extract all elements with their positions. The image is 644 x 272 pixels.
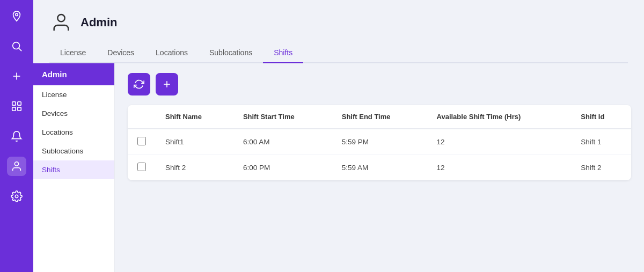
sidebar bbox=[0, 0, 33, 272]
sub-sidebar-header: Admin bbox=[33, 63, 114, 85]
cell-end-time: 5:59 PM bbox=[332, 129, 427, 155]
cell-shift-name: Shift 2 bbox=[156, 155, 233, 181]
logo-icon[interactable] bbox=[7, 6, 26, 26]
svg-rect-6 bbox=[18, 102, 21, 105]
header: Admin License Devices Locations Sublocat… bbox=[33, 0, 644, 63]
refresh-icon bbox=[134, 79, 144, 90]
row-checkbox-cell[interactable] bbox=[128, 155, 156, 181]
sidebar-item-sublocations[interactable]: Sublocations bbox=[33, 142, 114, 160]
row-checkbox-cell[interactable] bbox=[128, 129, 156, 155]
sidebar-item-shifts[interactable]: Shifts bbox=[33, 160, 114, 179]
svg-point-10 bbox=[15, 195, 18, 198]
add-icon[interactable] bbox=[7, 67, 26, 86]
toolbar bbox=[128, 73, 631, 95]
svg-rect-5 bbox=[12, 102, 16, 105]
user-name: Admin bbox=[80, 16, 117, 30]
table-row: Shift1 6:00 AM 5:59 PM 12 Shift 1 bbox=[128, 129, 631, 155]
col-start-time: Shift Start Time bbox=[233, 105, 332, 129]
col-shift-name: Shift Name bbox=[156, 105, 233, 129]
user-icon[interactable] bbox=[7, 157, 26, 176]
shifts-table: Shift Name Shift Start Time Shift End Ti… bbox=[128, 105, 631, 180]
bell-icon[interactable] bbox=[7, 127, 26, 146]
search-icon[interactable] bbox=[7, 36, 26, 56]
tab-devices[interactable]: Devices bbox=[97, 43, 145, 63]
add-icon bbox=[162, 79, 172, 90]
tab-locations[interactable]: Locations bbox=[145, 43, 199, 63]
cell-shift-id: Shift 2 bbox=[571, 155, 631, 181]
svg-point-0 bbox=[16, 13, 18, 16]
cell-shift-name: Shift1 bbox=[156, 129, 233, 155]
settings-icon[interactable] bbox=[7, 187, 26, 206]
cell-start-time: 6:00 AM bbox=[233, 129, 332, 155]
svg-point-1 bbox=[13, 42, 20, 49]
svg-point-11 bbox=[57, 14, 64, 21]
svg-point-9 bbox=[14, 162, 18, 166]
sub-sidebar: Admin License Devices Locations Sublocat… bbox=[33, 63, 115, 272]
sidebar-item-locations[interactable]: Locations bbox=[33, 123, 114, 142]
table-area: Shift Name Shift Start Time Shift End Ti… bbox=[115, 63, 644, 272]
main-content: Admin License Devices Locations Sublocat… bbox=[33, 0, 644, 272]
row-checkbox-1[interactable] bbox=[137, 163, 146, 171]
avatar bbox=[49, 11, 73, 34]
tab-sublocations[interactable]: Sublocations bbox=[199, 43, 263, 63]
col-checkbox bbox=[128, 105, 156, 129]
sidebar-item-devices[interactable]: Devices bbox=[33, 104, 114, 123]
cell-shift-id: Shift 1 bbox=[571, 129, 631, 155]
svg-rect-7 bbox=[12, 107, 16, 111]
cell-end-time: 5:59 AM bbox=[332, 155, 427, 181]
col-available-hrs: Available Shift Time (Hrs) bbox=[427, 105, 572, 129]
table-header-row: Shift Name Shift Start Time Shift End Ti… bbox=[128, 105, 631, 129]
refresh-button[interactable] bbox=[128, 73, 150, 95]
cell-start-time: 6:00 PM bbox=[233, 155, 332, 181]
add-button[interactable] bbox=[156, 73, 178, 95]
svg-line-2 bbox=[19, 48, 21, 51]
tab-shifts[interactable]: Shifts bbox=[263, 43, 303, 63]
col-shift-id: Shift Id bbox=[571, 105, 631, 129]
tabs-bar: License Devices Locations Sublocations S… bbox=[49, 43, 628, 63]
row-checkbox-0[interactable] bbox=[137, 137, 146, 145]
cell-available-hrs: 12 bbox=[427, 129, 572, 155]
user-info: Admin bbox=[49, 11, 628, 43]
col-end-time: Shift End Time bbox=[332, 105, 427, 129]
content-area: Admin License Devices Locations Sublocat… bbox=[33, 63, 644, 272]
tab-license[interactable]: License bbox=[49, 43, 97, 63]
table-row: Shift 2 6:00 PM 5:59 AM 12 Shift 2 bbox=[128, 155, 631, 181]
grid-icon[interactable] bbox=[7, 97, 26, 116]
svg-rect-8 bbox=[18, 107, 21, 111]
sidebar-item-license[interactable]: License bbox=[33, 85, 114, 104]
cell-available-hrs: 12 bbox=[427, 155, 572, 181]
